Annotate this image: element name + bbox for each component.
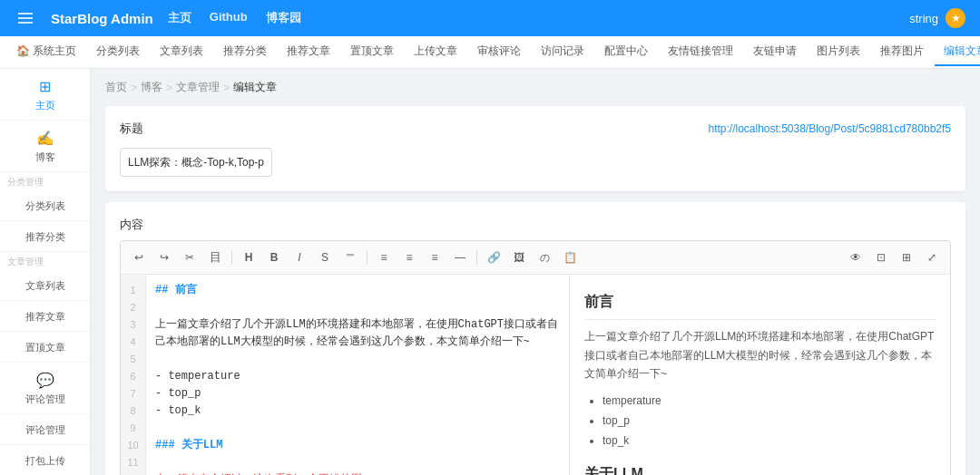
breadcrumb: 首页 > 博客 > 文章管理 > 编辑文章 <box>105 80 965 95</box>
toolbar-hr[interactable]: — <box>449 247 471 268</box>
sidebar-label-comment-list: 评论管理 <box>25 423 65 437</box>
sidebar-item-comment-mgmt[interactable]: 💬 评论管理 <box>0 363 90 414</box>
nav-friend-link-apply[interactable]: 友链申请 <box>744 38 806 66</box>
main-content: 首页 > 博客 > 文章管理 > 编辑文章 标题 http://localhos… <box>91 69 980 475</box>
sidebar-item-comment-list[interactable]: 评论管理 <box>0 414 90 445</box>
breadcrumb-article-mgmt[interactable]: 文章管理 <box>176 80 220 95</box>
preview-list: temperature top_p top_k <box>584 392 936 451</box>
sidebar-item-recommend-article[interactable]: 推荐文章 <box>0 301 90 332</box>
top-nav: 主页 Github 博客园 <box>168 6 301 30</box>
toolbar-quote[interactable]: "" <box>339 247 361 268</box>
line-4: 4 <box>121 334 145 351</box>
toolbar-cut[interactable]: ✂ <box>179 247 201 268</box>
line-numbers: 1 2 3 4 5 6 7 8 9 10 11 12 13 14 <box>121 275 146 475</box>
sidebar-group-article: 文章管理 <box>0 252 90 270</box>
nav-system-home[interactable]: 🏠 系统主页 <box>7 38 85 66</box>
editor-toolbar: ↩ ↪ ✂ 目 H B I S "" ≡ ≡ ≡ — 🔗 <box>121 241 950 275</box>
toolbar-heading[interactable]: H <box>238 247 260 268</box>
nav-recommend-article[interactable]: 推荐文章 <box>278 38 339 66</box>
top-header: StarBlog Admin 主页 Github 博客园 string ★ <box>0 0 980 36</box>
sidebar-label-article-list: 文章列表 <box>25 279 65 293</box>
toolbar-italic[interactable]: I <box>289 247 310 268</box>
sidebar-item-package[interactable]: 打包上传 <box>0 445 90 475</box>
blog-icon: ✍ <box>36 130 54 147</box>
preview-heading-2: 关于LLM <box>584 461 936 475</box>
line-8: 8 <box>121 402 145 420</box>
toolbar-align-right[interactable]: ≡ <box>424 247 446 268</box>
toolbar-list-format[interactable]: 目 <box>204 247 226 268</box>
toolbar-image[interactable]: 🖼 <box>508 247 530 268</box>
title-input[interactable] <box>120 148 272 177</box>
sidebar-label-top-article: 置顶文章 <box>25 341 65 354</box>
title-url[interactable]: http://localhost:5038/Blog/Post/5c9881cd… <box>708 122 951 135</box>
toolbar-align-center[interactable]: ≡ <box>398 247 420 268</box>
header-left: StarBlog Admin 主页 Github 博客园 <box>15 6 301 30</box>
toolbar-sep-2 <box>367 250 368 265</box>
sidebar-label-comment-mgmt: 评论管理 <box>25 393 65 406</box>
nav-recommend-image[interactable]: 推荐图片 <box>871 38 933 66</box>
nav-category-list[interactable]: 分类列表 <box>87 38 149 66</box>
comment-icon: 💬 <box>36 372 54 389</box>
toolbar-redo[interactable]: ↪ <box>153 247 175 268</box>
sidebar: ⊞ 主页 ✍ 博客 分类管理 分类列表 推荐分类 文章管理 文章列表 推荐文章 … <box>0 69 91 475</box>
sidebar-item-home[interactable]: ⊞ 主页 <box>0 69 90 121</box>
nav-item-github[interactable]: Github <box>210 6 248 30</box>
preview-para-1: 上一篇文章介绍了几个开源LLM的环境搭建和本地部署，在使用ChatGPT接口或者… <box>584 327 936 383</box>
nav-visit-log[interactable]: 访问记录 <box>532 38 593 66</box>
toolbar-link[interactable]: 🔗 <box>483 247 505 268</box>
sidebar-item-recommend-cat[interactable]: 推荐分类 <box>0 221 90 252</box>
breadcrumb-home[interactable]: 首页 <box>105 80 127 95</box>
header-right: string ★ <box>909 8 965 28</box>
line-9: 9 <box>121 420 145 437</box>
sidebar-item-article-list[interactable]: 文章列表 <box>0 270 90 301</box>
line-11: 11 <box>121 454 145 471</box>
toolbar-align-left[interactable]: ≡ <box>373 247 395 268</box>
breadcrumb-blog[interactable]: 博客 <box>141 80 162 95</box>
nav-article-list[interactable]: 文章列表 <box>151 38 212 66</box>
toolbar-preview[interactable]: 👁 <box>845 247 867 268</box>
nav-upload-article[interactable]: 上传文章 <box>405 38 466 66</box>
editor-textarea[interactable]: ## 前言 上一篇文章介绍了几个开源LLM的环境搭建和本地部署，在使用ChatG… <box>146 275 569 475</box>
nav-friend-link-mgmt[interactable]: 友情链接管理 <box>659 38 742 66</box>
app-logo: StarBlog Admin <box>51 11 153 26</box>
editor-toolbar-right: 👁 ⊡ ⊞ ⤢ <box>845 247 943 268</box>
preview-list-item-3: top_k <box>603 431 936 451</box>
sidebar-group-category: 分类管理 <box>0 172 90 190</box>
toolbar-undo[interactable]: ↩ <box>128 247 150 268</box>
sidebar-label-recommend-cat: 推荐分类 <box>25 230 65 244</box>
content-card: 内容 ↩ ↪ ✂ 目 H B I S "" ≡ ≡ ≡ <box>105 202 965 475</box>
second-nav: 🏠 系统主页 分类列表 文章列表 推荐分类 推荐文章 置顶文章 上传文章 审核评… <box>0 36 980 69</box>
line-5: 5 <box>121 351 145 368</box>
toolbar-sep-3 <box>476 250 477 265</box>
sidebar-label-blog: 博客 <box>35 150 55 164</box>
nav-review-comment[interactable]: 审核评论 <box>468 38 530 66</box>
sidebar-label-package: 打包上传 <box>25 454 65 468</box>
sidebar-label-category-list: 分类列表 <box>25 199 65 213</box>
preview-heading-1: 前言 <box>584 289 936 320</box>
title-label: 标题 <box>120 121 165 137</box>
star-icon: ★ <box>946 8 965 28</box>
nav-item-cnblogs[interactable]: 博客园 <box>266 6 301 30</box>
toolbar-strikethrough[interactable]: S <box>314 247 336 268</box>
nav-edit-article[interactable]: 编辑文章 <box>935 38 980 66</box>
nav-config-center[interactable]: 配置中心 <box>595 38 657 66</box>
nav-item-home[interactable]: 主页 <box>168 6 191 30</box>
home-icon: ⊞ <box>39 78 51 95</box>
preview-panel: 前言 上一篇文章介绍了几个开源LLM的环境搭建和本地部署，在使用ChatGPT接… <box>569 275 950 475</box>
line-1: 1 <box>121 282 145 299</box>
sidebar-item-top-article[interactable]: 置顶文章 <box>0 332 90 363</box>
toolbar-fullscreen[interactable]: ⊞ <box>896 247 917 268</box>
toolbar-table[interactable]: 📋 <box>559 247 581 268</box>
toolbar-split[interactable]: ⊡ <box>870 247 892 268</box>
line-6: 6 <box>121 368 145 385</box>
nav-top-article[interactable]: 置顶文章 <box>341 38 403 66</box>
nav-image-list[interactable]: 图片列表 <box>808 38 869 66</box>
line-3: 3 <box>121 316 145 334</box>
sidebar-item-category-list[interactable]: 分类列表 <box>0 190 90 221</box>
sidebar-item-blog[interactable]: ✍ 博客 <box>0 121 90 172</box>
collapse-button[interactable] <box>15 9 36 27</box>
nav-recommend-cat[interactable]: 推荐分类 <box>214 38 276 66</box>
toolbar-special[interactable]: の <box>534 247 555 268</box>
toolbar-bold[interactable]: B <box>263 247 285 268</box>
toolbar-expand[interactable]: ⤢ <box>921 247 943 268</box>
